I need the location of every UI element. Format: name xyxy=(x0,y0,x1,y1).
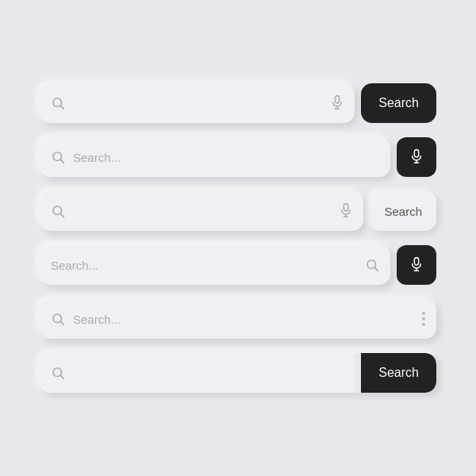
search-input-6[interactable] xyxy=(73,367,344,380)
search-row-1: Search xyxy=(40,83,436,123)
search-input-2[interactable] xyxy=(73,151,379,164)
search-row-2 xyxy=(40,137,436,177)
dots-icon xyxy=(422,312,425,326)
svg-rect-2 xyxy=(336,96,340,103)
svg-rect-12 xyxy=(344,204,348,211)
search-input-3[interactable] xyxy=(73,205,332,218)
search-row-6: Search xyxy=(40,353,436,393)
mic-icon xyxy=(331,95,344,111)
mic-button-4[interactable] xyxy=(397,245,436,285)
svg-line-1 xyxy=(60,106,63,109)
search-bar-4 xyxy=(40,245,390,285)
search-icon-4-right xyxy=(365,258,379,272)
search-icon-3 xyxy=(51,204,65,218)
search-button-3[interactable]: Search xyxy=(370,191,436,231)
svg-rect-17 xyxy=(414,258,418,265)
search-row-3: Search xyxy=(40,191,436,231)
search-bar-2 xyxy=(40,137,390,177)
svg-line-16 xyxy=(374,267,378,271)
search-icon-2 xyxy=(51,150,65,164)
search-row-4 xyxy=(40,245,436,285)
mic-icon-3 xyxy=(340,203,352,219)
search-input-5[interactable] xyxy=(73,313,414,326)
search-button-6[interactable]: Search xyxy=(361,353,436,393)
search-bar-5 xyxy=(40,299,436,339)
search-icon-6 xyxy=(51,366,65,380)
svg-line-23 xyxy=(60,375,63,378)
svg-rect-7 xyxy=(414,150,418,157)
search-bar-3 xyxy=(40,191,363,231)
search-bar-1 xyxy=(40,83,355,123)
search-input-1[interactable] xyxy=(73,97,323,110)
search-icon-5 xyxy=(51,312,65,326)
svg-line-21 xyxy=(60,321,63,324)
search-icon xyxy=(51,96,65,110)
svg-line-11 xyxy=(60,213,63,217)
search-bar-6 xyxy=(40,353,355,393)
search-row-5 xyxy=(40,299,436,339)
mic-button-2[interactable] xyxy=(397,137,436,177)
search-button-1[interactable]: Search xyxy=(361,83,436,123)
svg-line-6 xyxy=(60,159,63,163)
search-input-4[interactable] xyxy=(51,259,357,272)
